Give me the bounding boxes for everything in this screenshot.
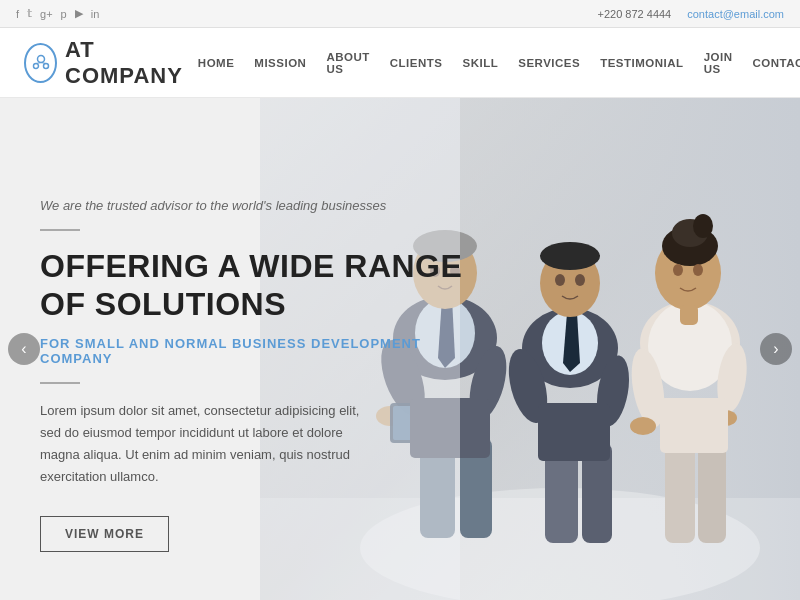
svg-line-4 <box>41 62 46 63</box>
pinterest-icon[interactable]: p <box>61 8 67 20</box>
nav-contact[interactable]: CONTACT <box>744 53 800 73</box>
svg-rect-50 <box>698 438 726 543</box>
svg-point-47 <box>630 417 656 435</box>
nav-clients[interactable]: CLIENTS <box>382 53 451 73</box>
hero-content: We are the trusted advisor to the world'… <box>40 198 480 552</box>
prev-arrow[interactable]: ‹ <box>8 333 40 365</box>
header: AT COMPANY HOME MISSION ABOUT US CLIENTS… <box>0 28 800 98</box>
hero-subtitle: We are the trusted advisor to the world'… <box>40 198 480 213</box>
svg-rect-35 <box>538 403 610 461</box>
hero-title: OFFERING A WIDE RANGE OF SOLUTIONS <box>40 247 480 324</box>
svg-point-43 <box>673 264 683 276</box>
hero-section: We are the trusted advisor to the world'… <box>0 98 800 600</box>
svg-point-29 <box>555 274 565 286</box>
hero-description: Lorem ipsum dolor sit amet, consectetur … <box>40 400 380 488</box>
twitter-icon[interactable]: 𝕥 <box>27 7 32 20</box>
logo[interactable]: AT COMPANY <box>24 37 190 89</box>
svg-point-0 <box>37 55 44 62</box>
hero-tagline: FOR SMALL AND NORMAL BUSINESS DEVELOPMEN… <box>40 336 480 366</box>
svg-point-30 <box>575 274 585 286</box>
svg-point-44 <box>693 264 703 276</box>
nav: HOME MISSION ABOUT US CLIENTS SKILL SERV… <box>190 47 800 79</box>
linkedin-icon[interactable]: in <box>91 8 100 20</box>
logo-text: AT COMPANY <box>65 37 190 89</box>
nav-testimonial[interactable]: TESTIMONIAL <box>592 53 691 73</box>
view-more-button[interactable]: VIEW MORE <box>40 516 169 552</box>
youtube-icon[interactable]: ▶ <box>75 7 83 20</box>
logo-svg <box>30 52 52 74</box>
facebook-icon[interactable]: f <box>16 8 19 20</box>
phone-number: +220 872 4444 <box>598 8 672 20</box>
next-arrow[interactable]: › <box>760 333 792 365</box>
nav-services[interactable]: SERVICES <box>510 53 588 73</box>
contact-info: +220 872 4444 contact@email.com <box>598 8 784 20</box>
top-bar: f 𝕥 g+ p ▶ in +220 872 4444 contact@emai… <box>0 0 800 28</box>
email-link[interactable]: contact@email.com <box>687 8 784 20</box>
svg-point-41 <box>693 214 713 238</box>
nav-join[interactable]: JOIN US <box>696 47 741 79</box>
googleplus-icon[interactable]: g+ <box>40 8 53 20</box>
nav-skill[interactable]: SKILL <box>454 53 506 73</box>
svg-rect-49 <box>665 438 695 543</box>
svg-point-1 <box>33 63 38 68</box>
svg-rect-51 <box>660 398 728 453</box>
nav-home[interactable]: HOME <box>190 53 243 73</box>
hero-divider <box>40 229 80 231</box>
logo-icon <box>24 43 57 83</box>
svg-line-3 <box>36 62 41 63</box>
svg-point-28 <box>540 242 600 270</box>
nav-about[interactable]: ABOUT US <box>318 47 377 79</box>
hero-divider2 <box>40 382 80 384</box>
svg-rect-42 <box>680 305 698 325</box>
svg-point-2 <box>43 63 48 68</box>
social-icons: f 𝕥 g+ p ▶ in <box>16 7 99 20</box>
nav-mission[interactable]: MISSION <box>246 53 314 73</box>
